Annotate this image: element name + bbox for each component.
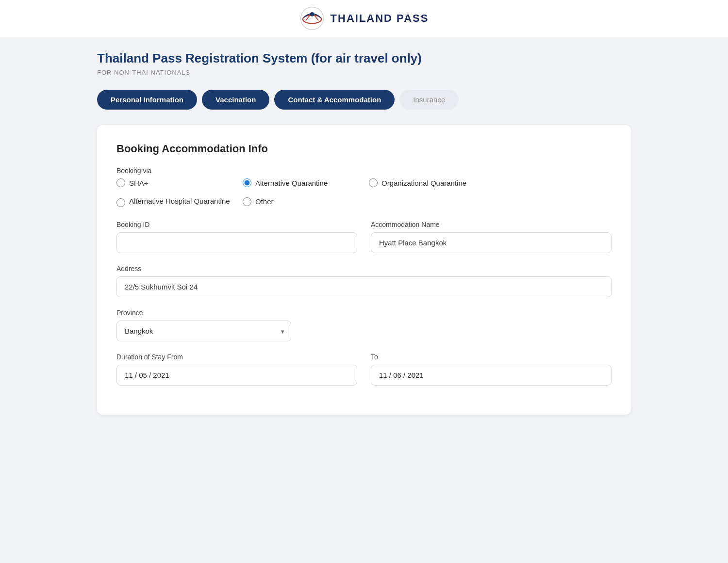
- tab-contact-accommodation[interactable]: Contact & Accommodation: [274, 90, 395, 110]
- svg-point-2: [310, 12, 314, 16]
- booking-via-label: Booking via: [116, 167, 612, 175]
- radio-alt-hospital-quarantine[interactable]: [116, 198, 125, 207]
- address-label: Address: [116, 265, 612, 273]
- booking-options-group: SHA+ Alternative Quarantine Organization…: [116, 178, 612, 207]
- option-alt-hospital-quarantine[interactable]: Alternative Hospital Quarantine: [116, 196, 243, 207]
- radio-sha-plus[interactable]: [116, 178, 125, 187]
- booking-id-accommodation-row: Booking ID Accommodation Name: [116, 221, 612, 253]
- option-other-label: Other: [255, 197, 274, 206]
- duration-row: Duration of Stay From To: [116, 353, 612, 386]
- booking-id-col: Booking ID: [116, 221, 357, 253]
- option-other[interactable]: Other: [243, 196, 369, 207]
- brand-name: THAILAND PASS: [331, 12, 429, 25]
- province-select[interactable]: Bangkok Chiang Mai Phuket Pattaya Other: [116, 321, 291, 341]
- radio-organizational-quarantine[interactable]: [369, 178, 378, 187]
- duration-to-col: To: [371, 353, 612, 386]
- tab-personal-information[interactable]: Personal Information: [97, 90, 197, 110]
- duration-to-input[interactable]: [371, 365, 612, 386]
- option-sha-plus[interactable]: SHA+: [116, 178, 243, 187]
- page-title: Thailand Pass Registration System (for a…: [97, 51, 631, 66]
- page-subtitle: FOR NON-THAI NATIONALS: [97, 69, 631, 76]
- logo-container: THAILAND PASS: [299, 6, 429, 31]
- duration-to-label: To: [371, 353, 612, 361]
- option-alternative-quarantine[interactable]: Alternative Quarantine: [243, 178, 369, 187]
- accommodation-name-col: Accommodation Name: [371, 221, 612, 253]
- province-select-wrapper: Bangkok Chiang Mai Phuket Pattaya Other …: [116, 321, 291, 341]
- form-section: Booking Accommodation Info Booking via S…: [97, 125, 631, 415]
- tab-vaccination[interactable]: Vaccination: [202, 90, 269, 110]
- duration-from-col: Duration of Stay From: [116, 353, 357, 386]
- address-input[interactable]: [116, 276, 612, 297]
- section-title: Booking Accommodation Info: [116, 143, 612, 155]
- svg-point-0: [300, 7, 323, 30]
- page-header: THAILAND PASS: [0, 0, 728, 37]
- tab-insurance[interactable]: Insurance: [399, 90, 459, 110]
- steps-row: Personal Information Vaccination Contact…: [97, 90, 631, 110]
- address-group: Address: [116, 265, 612, 297]
- accommodation-name-label: Accommodation Name: [371, 221, 612, 228]
- booking-via-group: Booking via SHA+ Alternative Quarantine …: [116, 167, 612, 207]
- radio-other[interactable]: [243, 197, 251, 206]
- option-organizational-quarantine-label: Organizational Quarantine: [381, 179, 466, 187]
- option-alternative-quarantine-label: Alternative Quarantine: [255, 179, 328, 187]
- booking-options-row-2: Alternative Hospital Quarantine Other: [116, 196, 612, 207]
- booking-options-row-1: SHA+ Alternative Quarantine Organization…: [116, 178, 612, 187]
- option-organizational-quarantine[interactable]: Organizational Quarantine: [369, 178, 495, 187]
- duration-from-input[interactable]: [116, 365, 357, 386]
- logo-icon: [299, 6, 325, 31]
- page-content: Thailand Pass Registration System (for a…: [87, 37, 641, 434]
- province-label: Province: [116, 309, 612, 317]
- option-sha-plus-label: SHA+: [129, 179, 149, 187]
- option-alt-hospital-quarantine-label: Alternative Hospital Quarantine: [129, 197, 230, 205]
- radio-alternative-quarantine[interactable]: [243, 178, 251, 187]
- province-group: Province Bangkok Chiang Mai Phuket Patta…: [116, 309, 612, 341]
- accommodation-name-input[interactable]: [371, 232, 612, 253]
- booking-id-input[interactable]: [116, 232, 357, 253]
- duration-from-label: Duration of Stay From: [116, 353, 357, 361]
- booking-id-label: Booking ID: [116, 221, 357, 228]
